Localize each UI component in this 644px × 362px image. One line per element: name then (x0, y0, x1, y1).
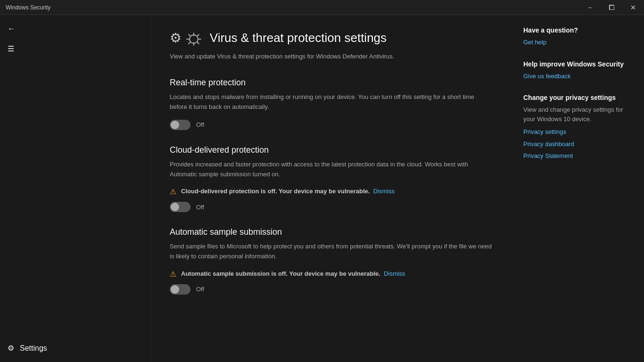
cloud-toggle-label: Off (196, 204, 204, 211)
automatic-dismiss-link[interactable]: Dismiss (384, 270, 405, 277)
automatic-toggle[interactable] (170, 284, 190, 295)
sidebar: ← ☰ ⚙ Settings (0, 15, 151, 362)
help-section: Have a question? Get help (523, 26, 633, 47)
right-panel: Have a question? Get help Help improve W… (512, 15, 644, 362)
svg-line-8 (189, 42, 190, 44)
cloud-warning-bold: Cloud-delivered protection is off. Your … (181, 188, 370, 195)
app-body: ← ☰ ⚙ Settings ⚙︎ (0, 15, 644, 362)
cloud-toggle[interactable] (170, 202, 190, 212)
svg-line-7 (197, 34, 199, 36)
titlebar-controls: − ⧠ ✕ (579, 0, 644, 15)
cloud-dismiss-link[interactable]: Dismiss (373, 188, 395, 195)
close-button[interactable]: ✕ (622, 0, 644, 15)
titlebar: Windows Security − ⧠ ✕ (0, 0, 644, 15)
privacy-dashboard-link[interactable]: Privacy dashboard (523, 140, 633, 149)
hamburger-button[interactable]: ☰ (0, 39, 150, 59)
give-feedback-link[interactable]: Give us feedback (523, 72, 633, 81)
realtime-toggle[interactable] (170, 120, 190, 130)
feedback-section-title: Help improve Windows Security (523, 60, 633, 68)
cloud-warning-row: ⚠ Cloud-delivered protection is off. You… (170, 187, 493, 196)
automatic-warning-bold: Automatic sample submission is off. Your… (181, 270, 380, 277)
help-section-title: Have a question? (523, 26, 633, 34)
page-header-icon: ⚙︎ (170, 30, 202, 46)
page-title: Virus & threat protection settings (210, 31, 387, 45)
cloud-protection-section: Cloud-delivered protection Provides incr… (170, 145, 493, 213)
settings-nav-item[interactable]: ⚙ Settings (0, 338, 150, 358)
minimize-button[interactable]: − (579, 0, 601, 15)
hamburger-icon: ☰ (8, 45, 14, 53)
svg-line-5 (189, 34, 190, 36)
cloud-protection-title: Cloud-delivered protection (170, 145, 493, 155)
svg-line-6 (197, 42, 199, 44)
back-button[interactable]: ← (0, 19, 150, 39)
automatic-submission-desc: Send sample files to Microsoft to help p… (170, 242, 493, 262)
privacy-section-title: Change your privacy settings (523, 94, 633, 101)
realtime-protection-section: Real-time protection Locates and stops m… (170, 78, 493, 130)
virus-icon (185, 32, 202, 46)
realtime-protection-desc: Locates and stops malware from installin… (170, 92, 493, 112)
privacy-statement-link[interactable]: Privacy Statement (523, 151, 633, 161)
back-icon: ← (8, 25, 15, 33)
cloud-warning-text: Cloud-delivered protection is off. Your … (181, 187, 395, 196)
page-header: ⚙︎ Virus & threat protection settings (170, 30, 493, 46)
cloud-toggle-row: Off (170, 202, 493, 212)
settings-label: Settings (20, 344, 47, 353)
restore-button[interactable]: ⧠ (601, 0, 622, 15)
automatic-warning-icon: ⚠ (170, 270, 176, 279)
privacy-section: Change your privacy settings View and ch… (523, 94, 633, 161)
cloud-protection-desc: Provides increased and faster protection… (170, 160, 493, 180)
automatic-submission-section: Automatic sample submission Send sample … (170, 227, 493, 295)
get-help-link[interactable]: Get help (523, 38, 633, 47)
settings-icon: ⚙ (8, 344, 14, 353)
main-content: ⚙︎ Virus & threat protection settings (151, 15, 512, 362)
realtime-protection-title: Real-time protection (170, 78, 493, 88)
content-area: ⚙︎ Virus & threat protection settings (151, 15, 644, 362)
realtime-toggle-row: Off (170, 120, 493, 130)
page-subtitle: View and update Virus & threat protectio… (170, 52, 493, 61)
automatic-toggle-label: Off (196, 286, 204, 293)
feedback-section: Help improve Windows Security Give us fe… (523, 60, 633, 81)
automatic-warning-text: Automatic sample submission is off. Your… (181, 269, 405, 279)
cloud-warning-icon: ⚠ (170, 187, 176, 196)
automatic-warning-row: ⚠ Automatic sample submission is off. Yo… (170, 269, 493, 279)
automatic-submission-title: Automatic sample submission (170, 227, 493, 237)
privacy-section-desc: View and change privacy settings for you… (523, 105, 633, 123)
automatic-toggle-row: Off (170, 284, 493, 295)
app-title: Windows Security (6, 4, 50, 11)
realtime-toggle-label: Off (196, 121, 204, 128)
privacy-settings-link[interactable]: Privacy settings (523, 127, 633, 137)
